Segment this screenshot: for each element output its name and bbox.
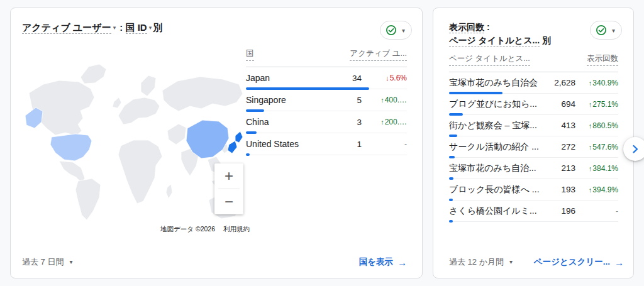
row-change: ↑275.1% — [575, 100, 618, 109]
row-change: - — [362, 140, 407, 148]
card-title: 表示回数 :ページ タイトルとス... 別 — [449, 21, 551, 47]
column-header-page-title[interactable]: ページ タイトルとス... — [449, 53, 530, 66]
map-africa — [118, 140, 162, 204]
geo-map-container: + − 地図データ ©2026 利用規約 — [19, 57, 246, 228]
column-header-active-users[interactable]: アクティブ ユ... — [350, 48, 407, 61]
zoom-out-button[interactable]: − — [214, 189, 243, 214]
chevron-down-icon: ▾ — [612, 27, 615, 34]
card-footer: 過去 12 か月間▾ ページとスクリー...→ — [449, 256, 624, 268]
card-title: アクティブ ユーザー▾ : 国 ID▾別 — [22, 21, 162, 35]
pages-table: ページ タイトルとス... 表示回数 宝塚市花のみち自治会 2,628 ↑340… — [433, 53, 633, 222]
value-bar — [449, 220, 453, 223]
arrow-right-icon: → — [397, 257, 407, 268]
card-header: 表示回数 :ページ タイトルとス... 別 ▾ — [433, 8, 633, 47]
chevron-down-icon: ▾ — [402, 27, 405, 34]
data-quality-badge[interactable]: ▾ — [380, 21, 412, 40]
table-row: さくら橋公園イルミ... 196 - — [449, 201, 618, 222]
row-value: 2,628 — [543, 78, 575, 87]
trend-arrow-icon: ↑ — [380, 118, 384, 126]
row-label: ブログ並びにお知ら... — [449, 99, 543, 110]
map-russia — [162, 77, 243, 111]
map-middle-east — [167, 124, 186, 145]
table-row: 宝塚市花のみち自治... 213 ↑384.1% — [449, 158, 618, 179]
card-footer: 過去 7 日間▾ 国を表示→ — [22, 256, 407, 268]
check-circle-icon — [596, 25, 607, 36]
map-europe — [118, 97, 160, 124]
row-value: 196 — [543, 206, 575, 216]
zoom-in-button[interactable]: + — [214, 163, 243, 189]
row-label: 宝塚市花のみち自治... — [449, 163, 543, 174]
map-greenland — [80, 64, 106, 84]
map-scandinavia — [141, 75, 156, 96]
map-data-attribution: 地図データ ©2026 — [158, 224, 218, 234]
map-canada — [29, 80, 94, 136]
chevron-down-icon: ▾ — [113, 25, 116, 31]
title-separator: : — [117, 22, 125, 33]
row-change: ↑384.1% — [575, 164, 618, 173]
row-value: 413 — [543, 121, 575, 130]
table-header: 国 アクティブ ユ... — [246, 48, 407, 67]
row-label: United States — [246, 139, 329, 149]
table-row: Singapore 5 ↑400.… — [246, 89, 407, 111]
date-range-selector[interactable]: 過去 7 日間▾ — [22, 256, 74, 268]
check-circle-icon — [386, 25, 397, 36]
metric-selector[interactable]: アクティブ ユーザー — [22, 22, 111, 34]
card-body: + − 地図データ ©2026 利用規約 国 アクティブ ユ... Japan … — [11, 40, 422, 228]
dimension-selector[interactable]: ページ タイトルとス... — [449, 35, 540, 47]
chevron-right-icon — [630, 144, 640, 154]
data-quality-badge[interactable]: ▾ — [590, 21, 622, 40]
map-country-japan[interactable] — [228, 131, 243, 153]
column-header-country[interactable]: 国 — [246, 48, 254, 61]
country-table: 国 アクティブ ユ... Japan 34 ↓5.6% Singapore 5 … — [246, 48, 407, 228]
trend-arrow-icon: ↑ — [589, 143, 592, 151]
map-uk — [113, 97, 121, 108]
row-change: ↑340.9% — [575, 79, 618, 87]
dimension-selector[interactable]: 国 ID — [126, 22, 147, 34]
map-south-america — [75, 179, 101, 220]
trend-arrow-icon: ↑ — [589, 165, 592, 172]
trend-arrow-icon: ↑ — [589, 79, 592, 87]
arrow-right-icon: → — [614, 257, 624, 268]
row-label: China — [246, 117, 329, 127]
row-label: Japan — [246, 73, 329, 83]
table-row: 街かど観察会 – 宝塚... 413 ↑860.5% — [449, 115, 618, 136]
row-value: 5 — [329, 96, 362, 105]
table-row: China 3 ↑200.… — [246, 111, 407, 133]
row-value: 213 — [543, 163, 575, 173]
row-label: Singapore — [246, 95, 329, 105]
map-zoom-control: + − — [214, 163, 243, 214]
title-suffix: 別 — [153, 22, 162, 33]
trend-arrow-icon: ↑ — [589, 122, 592, 129]
row-change: ↑547.6% — [575, 143, 618, 151]
map-central-america — [59, 161, 85, 182]
row-label: サークル活動の紹介 ... — [449, 141, 543, 153]
pages-table-body: 宝塚市花のみち自治会 2,628 ↑340.9% ブログ並びにお知ら... 69… — [449, 72, 618, 222]
map-country-united-states[interactable] — [50, 134, 92, 161]
view-countries-link[interactable]: 国を表示→ — [359, 256, 407, 268]
row-label: 街かど観察会 – 宝塚... — [449, 120, 543, 131]
world-map[interactable] — [19, 57, 246, 228]
title-suffix: 別 — [540, 35, 551, 45]
value-bar — [246, 153, 250, 156]
date-range-selector[interactable]: 過去 12 か月間▾ — [449, 256, 514, 268]
card-views-by-page-title: 表示回数 :ページ タイトルとス... 別 ▾ ページ タイトルとス... 表示… — [433, 8, 634, 278]
map-country-alaska[interactable] — [25, 107, 43, 128]
table-row: Japan 34 ↓5.6% — [246, 67, 407, 89]
title-colon: : — [484, 22, 490, 32]
view-pages-link[interactable]: ページとスクリー...→ — [534, 256, 624, 268]
trend-arrow-icon: ↓ — [386, 74, 389, 82]
map-attribution-bar: 地図データ ©2026 利用規約 — [158, 224, 252, 234]
table-header: ページ タイトルとス... 表示回数 — [449, 53, 618, 72]
row-value: 34 — [329, 74, 362, 83]
country-table-body: Japan 34 ↓5.6% Singapore 5 ↑400.… China … — [246, 67, 407, 155]
trend-arrow-icon: ↑ — [589, 101, 592, 108]
metric-selector[interactable]: 表示回数 — [449, 22, 484, 33]
carousel-next-button[interactable] — [623, 137, 644, 161]
map-terms-link[interactable]: 利用規約 — [221, 224, 252, 234]
row-value: 3 — [329, 118, 362, 127]
row-label: ブロック長の皆様へ ... — [449, 184, 543, 195]
row-change: ↓5.6% — [362, 74, 407, 82]
column-header-views[interactable]: 表示回数 — [587, 53, 618, 66]
row-value: 193 — [543, 185, 575, 194]
table-row: ブログ並びにお知ら... 694 ↑275.1% — [449, 94, 618, 115]
